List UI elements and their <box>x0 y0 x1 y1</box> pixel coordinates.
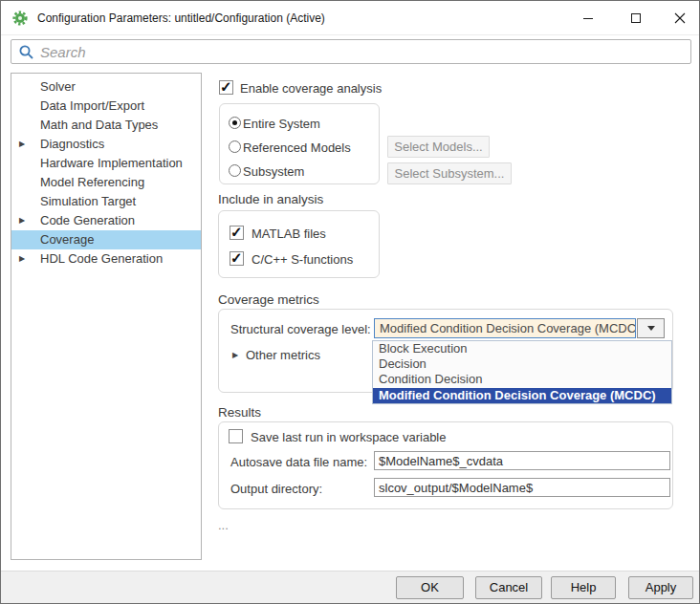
include-group-box <box>218 210 380 278</box>
checkmark-icon: ✓ <box>230 249 243 267</box>
matlab-files-checkbox[interactable]: ✓ <box>230 226 244 240</box>
search-icon <box>18 44 34 60</box>
option-decision[interactable]: Decision <box>373 356 671 372</box>
autosave-file-name-input[interactable] <box>374 451 670 470</box>
coverage-level-options-list: Block Execution Decision Condition Decis… <box>372 340 672 404</box>
title-bar: Configuration Parameters: untitled/Confi… <box>1 1 699 35</box>
sidebar-item-code-generation[interactable]: ▶Code Generation <box>11 211 201 230</box>
results-title: Results <box>218 405 261 420</box>
sidebar-item-hardware-implementation[interactable]: Hardware Implementation <box>11 154 201 173</box>
enable-coverage-label: Enable coverage analysis <box>240 81 382 96</box>
output-directory-label: Output directory: <box>230 482 322 496</box>
simulink-config-gear-icon <box>12 11 28 26</box>
structural-coverage-level-label: Structural coverage level: <box>230 322 371 336</box>
configuration-parameters-dialog: Configuration Parameters: untitled/Confi… <box>0 0 700 604</box>
referenced-models-label: Referenced Models <box>243 140 351 155</box>
maximize-button[interactable] <box>619 1 653 35</box>
window-title: Configuration Parameters: untitled/Confi… <box>37 1 325 35</box>
sidebar-item-math-and-data-types[interactable]: Math and Data Types <box>11 116 201 135</box>
maximize-icon <box>630 12 642 24</box>
ok-button[interactable]: OK <box>396 576 464 599</box>
autosave-file-name-label: Autosave data file name: <box>230 455 367 469</box>
close-button[interactable] <box>663 1 697 35</box>
sidebar-item-diagnostics[interactable]: ▶Diagnostics <box>11 135 201 154</box>
search-box <box>11 39 691 64</box>
sidebar-item-hdl-code-generation[interactable]: ▶HDL Code Generation <box>11 249 201 269</box>
structural-coverage-level-dropdown[interactable]: Modified Condition Decision Coverage (MC… <box>374 318 636 338</box>
minimize-button[interactable] <box>571 1 605 35</box>
select-subsystem-button[interactable]: Select Subsystem... <box>387 162 512 184</box>
expand-arrow-icon[interactable]: ▶ <box>19 249 33 269</box>
minimize-icon <box>582 12 594 24</box>
option-mcdc[interactable]: Modified Condition Decision Coverage (MC… <box>373 388 671 403</box>
entire-system-label: Entire System <box>243 117 320 131</box>
option-condition-decision[interactable]: Condition Decision <box>373 372 671 387</box>
sidebar-item-coverage[interactable]: Coverage <box>11 230 201 249</box>
s-functions-label: C/C++ S-functions <box>252 252 353 267</box>
apply-button[interactable]: Apply <box>628 576 693 599</box>
sidebar-item-solver[interactable]: Solver <box>11 77 201 97</box>
output-directory-input[interactable] <box>374 478 670 497</box>
expand-arrow-icon[interactable]: ▶ <box>19 211 33 230</box>
subsystem-radio[interactable] <box>229 164 241 177</box>
subsystem-label: Subsystem <box>243 164 304 179</box>
referenced-models-radio[interactable] <box>229 140 241 153</box>
chevron-down-icon <box>647 326 655 331</box>
cancel-button[interactable]: Cancel <box>475 576 542 599</box>
search-input[interactable] <box>34 41 690 62</box>
save-last-run-label: Save last run in workspace variable <box>251 430 447 444</box>
select-models-button[interactable]: Select Models... <box>387 136 490 158</box>
enable-coverage-checkbox[interactable]: ✓ <box>219 80 233 95</box>
save-last-run-checkbox[interactable]: ✓ <box>229 429 243 443</box>
checkmark-icon: ✓ <box>220 78 232 96</box>
more-options-ellipsis[interactable]: ... <box>218 518 229 532</box>
other-metrics-expand-arrow-icon[interactable]: ▶ <box>232 348 238 362</box>
sidebar-item-model-referencing[interactable]: Model Referencing <box>11 173 201 192</box>
sidebar-item-simulation-target[interactable]: Simulation Target <box>11 192 201 211</box>
checkmark-icon: ✓ <box>230 224 243 241</box>
matlab-files-label: MATLAB files <box>252 226 326 241</box>
sidebar-item-data-import-export[interactable]: Data Import/Export <box>11 97 201 116</box>
option-block-execution[interactable]: Block Execution <box>373 341 671 356</box>
help-button[interactable]: Help <box>551 576 616 599</box>
dialog-footer: OK Cancel Help Apply <box>1 571 699 604</box>
category-tree: Solver Data Import/Export Math and Data … <box>11 73 202 560</box>
entire-system-radio[interactable] <box>229 117 241 129</box>
coverage-metrics-title: Coverage metrics <box>218 292 319 307</box>
close-icon <box>674 12 686 24</box>
expand-arrow-icon[interactable]: ▶ <box>19 135 33 154</box>
other-metrics-label[interactable]: Other metrics <box>246 348 320 362</box>
dropdown-arrow-button[interactable] <box>637 318 665 338</box>
s-functions-checkbox[interactable]: ✓ <box>230 251 244 266</box>
include-in-analysis-title: Include in analysis <box>218 192 323 206</box>
